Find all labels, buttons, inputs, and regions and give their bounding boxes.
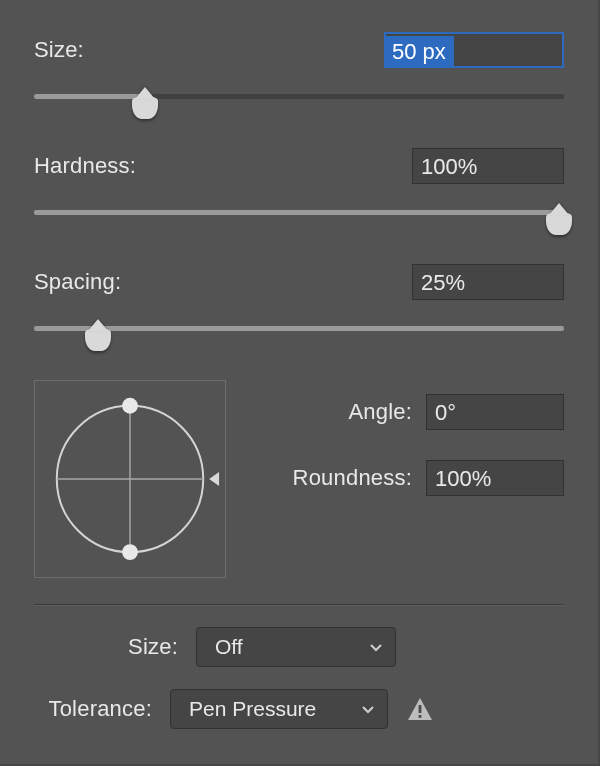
angle-field-row: Angle: 0° — [250, 394, 564, 430]
angle-roundness-svg — [35, 381, 225, 577]
angle-input[interactable]: 0° — [426, 394, 564, 430]
size-track-fill — [34, 94, 145, 99]
chevron-down-icon — [369, 628, 383, 666]
angle-roundness-fields: Angle: 0° Roundness: 100% — [250, 380, 564, 496]
svg-rect-3 — [419, 705, 422, 713]
size-thumb[interactable] — [132, 97, 158, 119]
angle-roundness-row: Angle: 0° Roundness: 100% — [34, 380, 564, 578]
section-divider — [34, 604, 564, 605]
roundness-input[interactable]: 100% — [426, 460, 564, 496]
svg-rect-4 — [419, 715, 422, 718]
spacing-input[interactable]: 25% — [412, 264, 564, 300]
size-input[interactable]: 50 px — [384, 32, 564, 68]
tolerance-value: Pen Pressure — [189, 697, 316, 720]
roundness-label: Roundness: — [282, 465, 412, 491]
chevron-down-icon — [361, 690, 375, 728]
size-row: Size: 50 px — [34, 32, 564, 68]
hardness-thumb[interactable] — [546, 213, 572, 235]
tolerance-label: Tolerance: — [34, 696, 152, 722]
size-value-selected: 50 px — [386, 36, 454, 68]
roundness-handle-bottom — [122, 544, 138, 560]
hardness-track — [34, 210, 564, 215]
dynamic-size-row: Size: Off — [34, 627, 564, 667]
warning-icon — [406, 696, 434, 722]
dynamic-size-select[interactable]: Off — [196, 627, 396, 667]
size-track — [34, 94, 564, 99]
hardness-input[interactable]: 100% — [412, 148, 564, 184]
spacing-thumb[interactable] — [85, 329, 111, 351]
hardness-slider[interactable] — [34, 202, 564, 236]
tolerance-row: Tolerance: Pen Pressure — [34, 689, 564, 729]
spacing-track — [34, 326, 564, 331]
dynamic-size-label: Size: — [60, 634, 178, 660]
tolerance-select[interactable]: Pen Pressure — [170, 689, 388, 729]
brush-tip-panel: Size: 50 px Hardness: 100% Spacing: 25% — [0, 0, 598, 729]
hardness-row: Hardness: 100% — [34, 148, 564, 184]
dynamic-size-value: Off — [215, 635, 243, 658]
hardness-label: Hardness: — [34, 153, 136, 179]
spacing-slider[interactable] — [34, 318, 564, 352]
angle-roundness-widget[interactable] — [34, 380, 226, 578]
size-label: Size: — [34, 37, 84, 63]
spacing-row: Spacing: 25% — [34, 264, 564, 300]
angle-arrow-icon — [209, 472, 219, 486]
spacing-label: Spacing: — [34, 269, 121, 295]
roundness-handle-top — [122, 398, 138, 414]
roundness-field-row: Roundness: 100% — [250, 460, 564, 496]
angle-label: Angle: — [282, 399, 412, 425]
size-slider[interactable] — [34, 86, 564, 120]
